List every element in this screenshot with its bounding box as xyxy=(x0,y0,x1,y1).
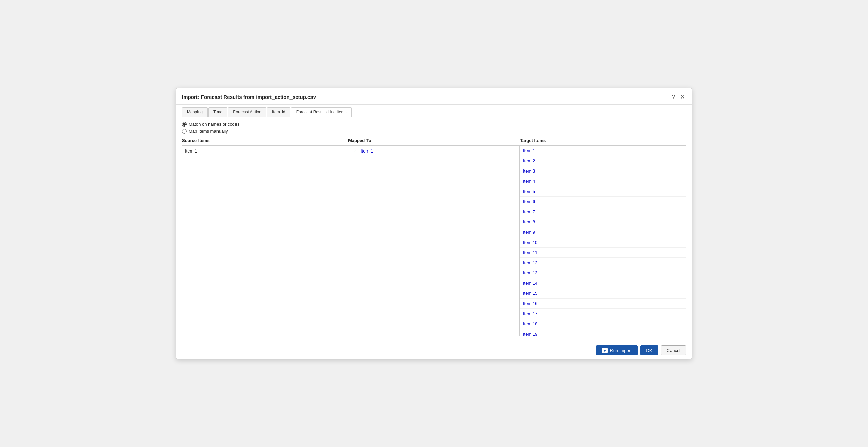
tab-item-id[interactable]: item_id xyxy=(267,107,290,117)
run-import-icon xyxy=(602,348,608,353)
target-item-4[interactable]: Item 4 xyxy=(520,176,686,186)
columns-header: Source Items Mapped To Target Items xyxy=(182,138,686,145)
tab-bar: Mapping Time Forecast Action item_id For… xyxy=(176,105,692,117)
arrow-icon: → xyxy=(351,148,357,154)
col-mapped-header: Mapped To xyxy=(348,138,520,143)
mapped-item-row: → Item 1 xyxy=(348,146,519,156)
radio-map-manually[interactable]: Map items manually xyxy=(182,129,686,134)
ok-button[interactable]: OK xyxy=(640,345,658,355)
target-item-16[interactable]: Item 16 xyxy=(520,299,686,309)
radio-match-names[interactable]: Match on names or codes xyxy=(182,122,686,127)
radio-match-names-input[interactable] xyxy=(182,122,187,127)
target-item-6[interactable]: Item 6 xyxy=(520,197,686,207)
target-item-19[interactable]: Item 19 xyxy=(520,329,686,336)
target-item-14[interactable]: Item 14 xyxy=(520,278,686,288)
dialog-title: Import: Forecast Results from import_act… xyxy=(182,94,316,100)
source-item-1: Item 1 xyxy=(185,148,197,154)
target-item-10[interactable]: Item 10 xyxy=(520,237,686,248)
run-icon-svg xyxy=(603,348,607,353)
radio-group: Match on names or codes Map items manual… xyxy=(182,122,686,134)
close-button[interactable]: ✕ xyxy=(679,93,686,101)
run-import-button[interactable]: Run Import xyxy=(596,345,637,355)
source-item-row: Item 1 xyxy=(182,146,348,156)
target-item-12[interactable]: Item 12 xyxy=(520,258,686,268)
import-dialog: Import: Forecast Results from import_act… xyxy=(176,88,692,359)
target-item-17[interactable]: Item 17 xyxy=(520,309,686,319)
tab-mapping[interactable]: Mapping xyxy=(182,107,208,117)
target-item-15[interactable]: Item 15 xyxy=(520,288,686,299)
tab-forecast-action[interactable]: Forecast Action xyxy=(228,107,266,117)
mapped-item-1[interactable]: Item 1 xyxy=(361,148,373,154)
target-panel: Item 1 Item 2 Item 3 Item 4 Item 5 Item … xyxy=(520,146,686,336)
target-item-18[interactable]: Item 18 xyxy=(520,319,686,329)
target-item-2[interactable]: Item 2 xyxy=(520,156,686,166)
cancel-button[interactable]: Cancel xyxy=(661,345,686,355)
target-item-5[interactable]: Item 5 xyxy=(520,186,686,197)
radio-map-manually-input[interactable] xyxy=(182,129,187,134)
target-item-8[interactable]: Item 8 xyxy=(520,217,686,227)
radio-map-manually-label: Map items manually xyxy=(189,129,228,134)
col-source-header: Source Items xyxy=(182,138,348,143)
target-item-3[interactable]: Item 3 xyxy=(520,166,686,176)
mapped-panel: → Item 1 xyxy=(348,146,520,336)
target-item-11[interactable]: Item 11 xyxy=(520,248,686,258)
col-target-header: Target Items xyxy=(520,138,686,143)
header-icons: ? ✕ xyxy=(671,93,686,101)
target-item-13[interactable]: Item 13 xyxy=(520,268,686,278)
tab-forecast-results-line-items[interactable]: Forecast Results Line Items xyxy=(291,107,352,117)
dialog-body: Match on names or codes Map items manual… xyxy=(176,117,692,342)
tab-time[interactable]: Time xyxy=(208,107,227,117)
target-item-9[interactable]: Item 9 xyxy=(520,227,686,237)
run-import-label: Run Import xyxy=(610,348,631,353)
source-panel: Item 1 xyxy=(182,146,348,336)
dialog-footer: Run Import OK Cancel xyxy=(176,342,692,359)
target-item-7[interactable]: Item 7 xyxy=(520,207,686,217)
columns-body: Item 1 → Item 1 Item 1 Item 2 Item 3 Ite… xyxy=(182,145,686,336)
help-button[interactable]: ? xyxy=(671,93,676,101)
radio-match-names-label: Match on names or codes xyxy=(189,122,240,127)
dialog-header: Import: Forecast Results from import_act… xyxy=(176,88,692,105)
target-item-1[interactable]: Item 1 xyxy=(520,146,686,156)
